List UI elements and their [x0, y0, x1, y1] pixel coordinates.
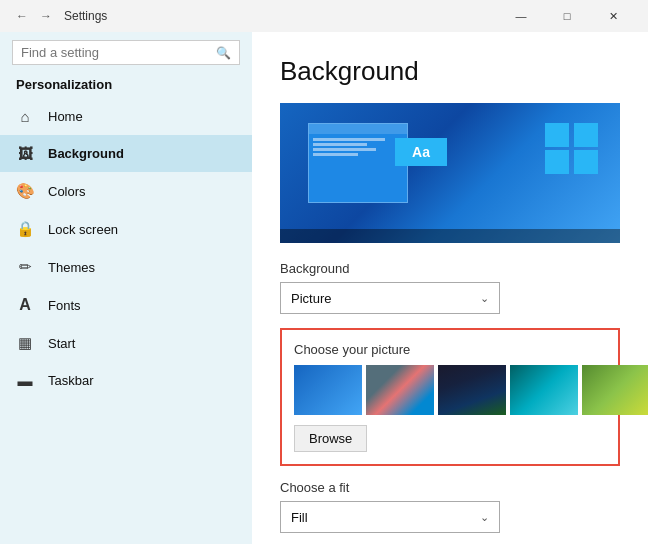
close-button[interactable]: ✕ [590, 0, 636, 32]
picture-thumb-1[interactable] [294, 365, 362, 415]
picture-thumb-2[interactable] [366, 365, 434, 415]
fit-field-label: Choose a fit [280, 480, 620, 495]
window-controls: — □ ✕ [498, 0, 636, 32]
sidebar-item-background[interactable]: 🖼 Background [0, 135, 252, 172]
preview-window [308, 123, 408, 203]
search-box[interactable]: 🔍 [12, 40, 240, 65]
win-logo-grid [545, 123, 600, 174]
preview-desktop: Aa [280, 103, 620, 243]
taskbar-icon: ▬ [16, 372, 34, 389]
preview-line-2 [313, 143, 367, 146]
preview-line-1 [313, 138, 385, 141]
background-dropdown-value: Picture [291, 291, 331, 306]
start-icon: ▦ [16, 334, 34, 352]
picture-chooser: Choose your picture Browse [280, 328, 620, 466]
page-title: Background [280, 56, 620, 87]
picture-grid [294, 365, 606, 415]
sidebar-item-label-fonts: Fonts [48, 298, 81, 313]
search-input[interactable] [21, 45, 210, 60]
background-icon: 🖼 [16, 145, 34, 162]
sidebar-item-label-lock: Lock screen [48, 222, 118, 237]
window-title: Settings [64, 9, 107, 23]
picture-thumb-5[interactable] [582, 365, 648, 415]
fit-dropdown-value: Fill [291, 510, 308, 525]
colors-icon: 🎨 [16, 182, 34, 200]
picture-thumb-4[interactable] [510, 365, 578, 415]
sidebar-item-label-themes: Themes [48, 260, 95, 275]
sidebar-item-taskbar[interactable]: ▬ Taskbar [0, 362, 252, 399]
forward-button[interactable]: → [36, 6, 56, 26]
background-field-label: Background [280, 261, 620, 276]
title-bar-nav: ← → [12, 6, 56, 26]
win-logo-cell-4 [574, 150, 598, 174]
back-button[interactable]: ← [12, 6, 32, 26]
preview-aa-tile: Aa [395, 138, 447, 166]
win-logo-cell-2 [574, 123, 598, 147]
sidebar-section-label: Personalization [0, 73, 252, 98]
choose-picture-label: Choose your picture [294, 342, 606, 357]
browse-button[interactable]: Browse [294, 425, 367, 452]
sidebar-item-label-home: Home [48, 109, 83, 124]
sidebar-item-fonts[interactable]: A Fonts [0, 286, 252, 324]
sidebar-item-themes[interactable]: ✏ Themes [0, 248, 252, 286]
preview-line-3 [313, 148, 376, 151]
preview-window-body [309, 134, 407, 160]
background-dropdown-arrow: ⌄ [480, 292, 489, 305]
title-bar-left: ← → Settings [12, 6, 107, 26]
themes-icon: ✏ [16, 258, 34, 276]
sidebar-item-label-start: Start [48, 336, 75, 351]
sidebar: 🔍 Personalization ⌂ Home 🖼 Background 🎨 … [0, 32, 252, 544]
sidebar-item-lock-screen[interactable]: 🔒 Lock screen [0, 210, 252, 248]
preview-line-4 [313, 153, 358, 156]
picture-thumb-3[interactable] [438, 365, 506, 415]
content-area: Background Aa [252, 32, 648, 544]
preview-win-logo [545, 123, 600, 178]
background-dropdown[interactable]: Picture ⌄ [280, 282, 500, 314]
preview-window-titlebar [309, 124, 407, 134]
win-logo-cell-1 [545, 123, 569, 147]
title-bar: ← → Settings — □ ✕ [0, 0, 648, 32]
home-icon: ⌂ [16, 108, 34, 125]
app-body: 🔍 Personalization ⌂ Home 🖼 Background 🎨 … [0, 32, 648, 544]
sidebar-item-label-taskbar: Taskbar [48, 373, 94, 388]
lock-icon: 🔒 [16, 220, 34, 238]
minimize-button[interactable]: — [498, 0, 544, 32]
sidebar-item-start[interactable]: ▦ Start [0, 324, 252, 362]
maximize-button[interactable]: □ [544, 0, 590, 32]
win-logo-cell-3 [545, 150, 569, 174]
sidebar-item-label-background: Background [48, 146, 124, 161]
sidebar-item-label-colors: Colors [48, 184, 86, 199]
sidebar-item-colors[interactable]: 🎨 Colors [0, 172, 252, 210]
sidebar-item-home[interactable]: ⌂ Home [0, 98, 252, 135]
fonts-icon: A [16, 296, 34, 314]
background-preview: Aa [280, 103, 620, 243]
preview-taskbar [280, 229, 620, 243]
fit-dropdown[interactable]: Fill ⌄ [280, 501, 500, 533]
search-icon: 🔍 [216, 46, 231, 60]
fit-dropdown-arrow: ⌄ [480, 511, 489, 524]
